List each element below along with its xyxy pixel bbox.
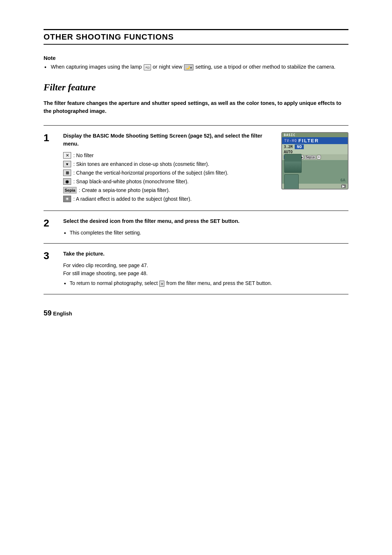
feature-description: The filter feature changes the aperture … [44, 99, 348, 115]
cam-icon-sepia: Sepia [305, 155, 316, 159]
steps-container: 1 Display the BASIC Mode Shooting Settin… [44, 125, 348, 294]
step-1-title: Display the BASIC Mode Shooting Setting … [63, 132, 273, 148]
language-label: English [53, 311, 72, 317]
cam-resolution: 3.2M [284, 145, 293, 149]
night-icon: 🌙★ [184, 64, 193, 70]
no-filter-icon: ✕ [63, 152, 71, 159]
step-3-body: For video clip recording, see page 47. F… [63, 262, 348, 287]
page-number: 59 [44, 309, 52, 317]
step-1: 1 Display the BASIC Mode Shooting Settin… [44, 125, 348, 211]
step-3-line-1: For video clip recording, see page 47. [63, 262, 348, 270]
step-3-bullet-1: To return to normal photography, select … [63, 279, 348, 287]
filter-mono-desc: : Snap black-and-white photos (monochrom… [73, 178, 188, 185]
cam-thumb-1 [284, 154, 302, 173]
step-1-number: 1 [44, 132, 57, 143]
cam-6a-label: 6A [340, 178, 346, 184]
step-3-content: Take the picture. For video clip recordi… [63, 250, 348, 287]
step-3-bullets: To return to normal photography, select … [63, 279, 348, 287]
cam-photo-thumbs [284, 154, 302, 190]
filter-item-sepia: Sepia : Create a sepia-tone photo (sepia… [63, 187, 273, 194]
filter-slim-desc: : Change the vertical-horizontal proport… [73, 169, 228, 177]
step-2-bullets: This completes the filter setting. [63, 229, 348, 237]
step-2-title: Select the desired icon from the filter … [63, 217, 348, 225]
cam-tv-hq: TV-HQ [284, 139, 297, 143]
filter-ghost-desc: : A radiant effect is added to the subje… [73, 195, 192, 203]
note-list: When capturing images using the lamp ⚡◻ … [44, 63, 348, 71]
lamp-icon: ⚡◻ [144, 64, 151, 70]
note-title: Note [44, 55, 348, 61]
cam-thumb-2 [284, 174, 299, 190]
sepia-icon: Sepia [63, 187, 77, 194]
filter-skin-desc: : Skin tones are enhanced in close-up sh… [73, 160, 209, 168]
note-item: When capturing images using the lamp ⚡◻ … [44, 63, 348, 71]
cam-top-bar: BASIC [282, 133, 348, 137]
section-title: OTHER SHOOTING FUNCTIONS [44, 32, 348, 42]
step-3-line-2: For still image shooting, see page 48. [63, 270, 348, 278]
section-header: OTHER SHOOTING FUNCTIONS [44, 29, 348, 45]
step-2-number: 2 [44, 217, 57, 228]
filter-item-ghost: ☀ : A radiant effect is added to the sub… [63, 195, 273, 203]
ghost-icon: ☀ [63, 196, 71, 203]
mono-icon: ◉ [63, 178, 71, 185]
page-footer: 59 English [44, 309, 348, 317]
cam-auto-label: AUTO [284, 150, 293, 154]
cam-set-icon: ▶ [341, 184, 346, 188]
step-3: 3 Take the picture. For video clip recor… [44, 243, 348, 294]
cam-icon-ghost: ☀ [317, 155, 321, 159]
filter-item-slim: ⊞ : Change the vertical-horizontal propo… [63, 169, 273, 177]
cam-filter-label: FILTER [298, 138, 319, 143]
feature-title: Filter feature [44, 82, 348, 93]
filter-sepia-desc: : Create a sepia-tone photo (sepia filte… [79, 187, 170, 194]
camera-screen-mockup: BASIC TV-HQ FILTER 3.2M NO AUTO [281, 132, 348, 189]
cam-filter-row: TV-HQ FILTER [282, 137, 348, 144]
cam-no-value: NO [295, 144, 304, 149]
step-1-text: Display the BASIC Mode Shooting Setting … [63, 132, 273, 204]
filter-no-desc: : No filter [73, 152, 94, 159]
filter-item-no: ✕ : No filter [63, 152, 273, 159]
step-2: 2 Select the desired icon from the filte… [44, 211, 348, 243]
note-block: Note When capturing images using the lam… [44, 55, 348, 71]
return-icon: ✕ [159, 281, 164, 287]
step-3-title: Take the picture. [63, 250, 348, 258]
filter-item-skin: ♥ : Skin tones are enhanced in close-up … [63, 160, 273, 168]
cam-photo-area: 6A [282, 160, 348, 184]
step-2-bullet-1: This completes the filter setting. [63, 229, 348, 237]
step-1-content: Display the BASIC Mode Shooting Setting … [63, 132, 348, 204]
step-2-content: Select the desired icon from the filter … [63, 217, 348, 237]
slim-icon: ⊞ [63, 170, 71, 176]
step-3-number: 3 [44, 250, 57, 261]
filter-list: ✕ : No filter ♥ : Skin tones are enhance… [63, 152, 273, 203]
skin-icon: ♥ [63, 161, 71, 168]
cam-info-row: 3.2M NO [282, 144, 348, 150]
filter-item-mono: ◉ : Snap black-and-white photos (monochr… [63, 178, 273, 185]
